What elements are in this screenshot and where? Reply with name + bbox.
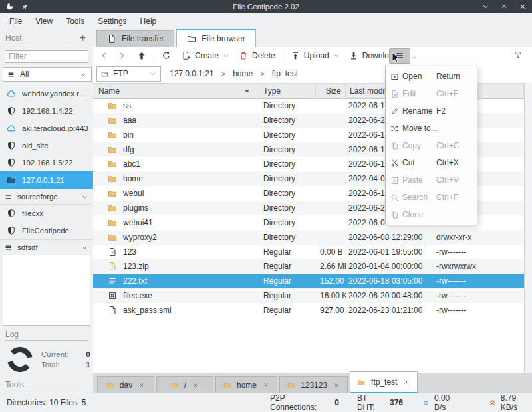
close-icon[interactable] [519, 3, 527, 11]
bottom-tab-home[interactable]: home [215, 376, 277, 393]
column-header-name[interactable]: Name [93, 84, 259, 98]
menu-item-label: Search [402, 193, 433, 202]
vertical-scrollbar[interactable] [524, 83, 532, 373]
column-header-type[interactable]: Type [259, 84, 316, 98]
menu-item-label: Copy [402, 141, 433, 150]
file-type: Directory [263, 101, 295, 110]
server-item-old-site[interactable]: old_site [0, 137, 93, 154]
cell-type: Regular [259, 247, 316, 257]
close-tab-icon[interactable] [192, 382, 199, 389]
tab-label: home [237, 381, 257, 390]
menu-item-move-to[interactable]: Move to... [386, 120, 477, 137]
delete-button[interactable]: Delete [239, 51, 275, 60]
bottom-tab-ftp-test[interactable]: ftp_test [350, 371, 418, 393]
create-button[interactable]: Create [182, 51, 229, 60]
menu-tools[interactable]: Tools [59, 14, 91, 29]
file-name: home [123, 174, 143, 183]
chevron-down-icon [223, 52, 229, 59]
menu-view[interactable]: View [29, 14, 59, 29]
hamburger-icon [5, 193, 12, 201]
server-label: aki.teracloud.jp:443 [22, 124, 88, 132]
close-tab-icon[interactable] [403, 379, 410, 385]
menu-item-label: Open [402, 72, 433, 81]
tools-section-label: Tools [5, 379, 88, 391]
server-item-192-168-1-4-22[interactable]: 192.168.1.4:22 [0, 102, 93, 120]
cell-permissions: -rw------- [432, 291, 524, 300]
protocol-dropdown[interactable]: FTP [96, 66, 161, 82]
app-duck-icon[interactable] [5, 2, 15, 11]
server-item-192-168-1-5-22[interactable]: 192.168.1.5:22 [0, 154, 93, 171]
titlebar[interactable]: File Centipede 2.02 [0, 0, 532, 13]
bottom-tab-item[interactable]: / [156, 376, 213, 393]
server-item-filecxx[interactable]: filecxx [0, 205, 93, 222]
host-filter-dropdown[interactable]: All [3, 67, 92, 82]
filter-input[interactable] [5, 50, 88, 63]
table-row-ask-pass-sml[interactable]: ask_pass.smlRegular927.00 B2022-06-23 01… [93, 303, 524, 318]
forward-icon[interactable] [117, 51, 126, 60]
breadcrumb-item[interactable]: ftp_test [272, 69, 298, 78]
toolbar-separator [283, 51, 283, 61]
host-section-header: Host + [0, 29, 93, 47]
close-tab-icon[interactable] [263, 382, 269, 389]
pin-icon[interactable] [21, 3, 28, 11]
archive-icon [108, 262, 117, 271]
gauge-icon [5, 345, 35, 374]
menu-item-open[interactable]: OpenReturn [386, 68, 477, 85]
file-icon [108, 306, 117, 315]
breadcrumb-item[interactable]: home [233, 69, 253, 78]
close-tab-icon[interactable] [138, 382, 145, 389]
close-tab-icon[interactable] [333, 382, 340, 389]
sidebar-group-sourceforge[interactable]: sourceforge [0, 189, 93, 205]
shield-icon [7, 141, 16, 150]
server-item-aki-teracloud-jp-443[interactable]: aki.teracloud.jp:443 [0, 120, 93, 137]
file-name: abc1 [123, 159, 140, 169]
paste-icon [390, 176, 399, 185]
table-row-filec-exe[interactable]: filec.exeRegular16.00 KB2022-06-20 00:48… [93, 288, 524, 303]
server-item-127-0-0-1-21[interactable]: 127.0.0.1:21 [0, 171, 93, 189]
breadcrumb-item[interactable]: 127.0.0.1:21 [170, 69, 214, 78]
server-label: 192.168.1.4:22 [22, 107, 73, 115]
menu-file[interactable]: File [3, 14, 29, 29]
trash-icon [239, 51, 248, 60]
cell-size: 16.00 KB [316, 291, 346, 300]
server-label: old_site [22, 142, 49, 150]
menu-item-cut[interactable]: CutCtrl+X [386, 154, 477, 171]
server-item-filecentipede[interactable]: FileCentipede [0, 222, 93, 239]
menu-help[interactable]: Help [134, 14, 164, 29]
dht-value: 376 [390, 398, 403, 407]
bt-dht: BT DHT: 376 [357, 393, 403, 412]
unknown-file-icon: ? [108, 247, 117, 257]
menu-item-label: Edit [402, 89, 433, 98]
refresh-icon[interactable] [162, 51, 171, 60]
back-icon[interactable] [100, 51, 109, 60]
tab-file-browser[interactable]: File browser [176, 29, 255, 47]
table-row-222-txt[interactable]: 222.txtRegular152.00 B2022-06-18 03:05:0… [93, 274, 524, 288]
column-header-size[interactable]: Size [316, 84, 346, 98]
add-host-button[interactable]: + [78, 33, 88, 43]
p2p-label: P2P Connections: [270, 393, 329, 412]
server-item-webdav-yandex-ru-443[interactable]: webdav.yandex.ru:443 [0, 85, 93, 102]
menu-settings[interactable]: Settings [91, 14, 133, 29]
toolbar-separator [154, 51, 154, 61]
total-label: Total: [41, 361, 69, 369]
maximize-icon[interactable] [500, 3, 508, 11]
chevron-down-icon[interactable] [411, 54, 418, 61]
text-file-icon [108, 276, 117, 286]
table-row-wyproxy2[interactable]: wyproxy2Directory2022-06-08 12:29:00drwx… [93, 230, 524, 245]
up-icon[interactable] [137, 51, 146, 60]
minimize-icon[interactable] [481, 3, 489, 11]
tab-label: ftp_test [371, 377, 397, 387]
menu-item-rename[interactable]: RenameF2 [386, 102, 477, 120]
file-type: Directory [263, 159, 295, 169]
folder-icon [223, 381, 231, 389]
table-row-123[interactable]: ?123Regular0.00 B2022-06-01 19:55:00-rw-… [93, 245, 524, 259]
cell-name: dfg [93, 145, 259, 154]
tab-file-transfer[interactable]: File transfer [96, 30, 174, 47]
rename-icon [390, 107, 399, 116]
bottom-tab-123123[interactable]: 123123 [279, 376, 348, 393]
filter-funnel-icon[interactable] [513, 51, 523, 60]
table-row-123-zip[interactable]: 123.zipRegular2.66 MB2020-01-04 00:00:00… [93, 259, 524, 274]
sidebar-group-sdfsdf[interactable]: sdfsdf [0, 239, 93, 255]
upload-button[interactable]: Upload [291, 51, 340, 60]
bottom-tab-dav[interactable]: dav [97, 376, 154, 393]
